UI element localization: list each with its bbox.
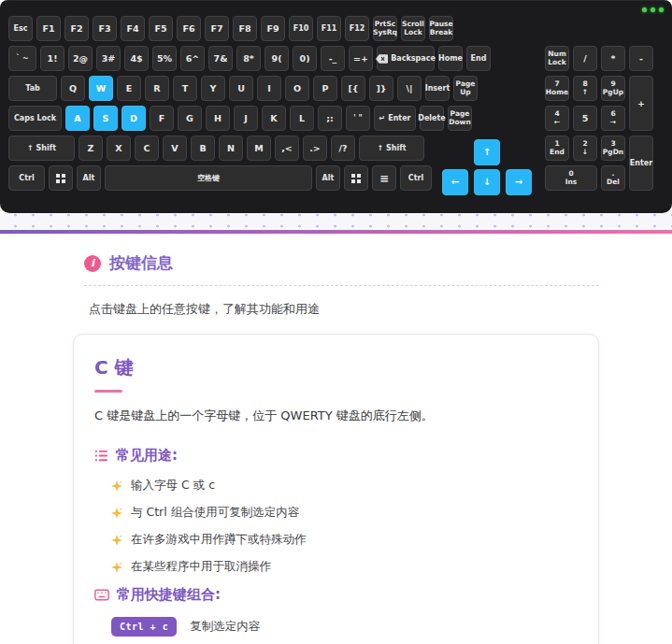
key-enter[interactable]: ↵Enter — [374, 106, 416, 131]
key-6[interactable]: 6^ — [180, 46, 205, 71]
key-j[interactable]: J — [234, 106, 258, 131]
key-8[interactable]: 8* — [236, 46, 261, 71]
key-y[interactable]: Y — [201, 76, 225, 101]
key-f1[interactable]: F1 — [36, 16, 61, 41]
key-9[interactable]: 9( — [265, 46, 289, 71]
key-a[interactable]: A — [65, 106, 90, 131]
key-4[interactable]: 4$ — [124, 46, 149, 71]
key-ctrl[interactable]: Ctrl — [400, 165, 432, 191]
key-f3[interactable]: F3 — [93, 16, 117, 41]
key-f11[interactable]: F11 — [317, 16, 341, 41]
key-caps-lock[interactable]: Caps Lock — [8, 106, 62, 131]
key-z[interactable]: Z — [79, 136, 103, 161]
key-f10[interactable]: F10 — [289, 16, 313, 41]
key-0[interactable]: 0Ins — [545, 165, 597, 191]
key-4[interactable]: 4← — [545, 106, 569, 131]
key-backspace[interactable]: Backspace — [377, 46, 435, 71]
key-0[interactable]: 0) — [293, 46, 317, 71]
key-space[interactable]: /? — [331, 136, 355, 161]
key-f5[interactable]: F5 — [149, 16, 173, 41]
key-g[interactable]: G — [178, 106, 202, 131]
key-p[interactable]: P — [313, 76, 337, 101]
key-windows[interactable] — [49, 165, 73, 191]
key-m[interactable]: M — [247, 136, 271, 161]
key-w[interactable]: W — [89, 76, 113, 101]
key-5[interactable]: 5 — [573, 106, 597, 131]
key-6[interactable]: 6→ — [601, 106, 625, 131]
key-f12[interactable]: F12 — [345, 16, 369, 41]
key-2[interactable]: 2@ — [68, 46, 93, 71]
key-7[interactable]: 7Home — [545, 76, 569, 101]
key-f2[interactable]: F2 — [64, 16, 89, 41]
key-shift[interactable]: ↑Shift — [8, 136, 75, 161]
key-2[interactable]: 2↓ — [573, 136, 597, 161]
key-space[interactable]: -_ — [321, 46, 345, 71]
key-space[interactable]: =+ — [349, 46, 373, 71]
key-s[interactable]: S — [93, 106, 118, 131]
key-windows[interactable] — [344, 165, 368, 191]
key-page[interactable]: PageUp — [453, 76, 478, 101]
key-3[interactable]: 3# — [96, 46, 121, 71]
key-insert[interactable]: Insert — [425, 76, 450, 101]
key-u[interactable]: U — [229, 76, 253, 101]
key-h[interactable]: H — [206, 106, 230, 131]
key-5[interactable]: 5% — [152, 46, 177, 71]
key-num[interactable]: NumLock — [545, 46, 569, 71]
key-f7[interactable]: F7 — [205, 16, 229, 41]
key-7[interactable]: 7& — [208, 46, 233, 71]
key-c[interactable]: C — [135, 136, 159, 161]
key-o[interactable]: O — [285, 76, 309, 101]
key-1[interactable]: 1! — [40, 46, 64, 71]
key-enter[interactable]: Enter — [629, 136, 653, 191]
key-alt[interactable]: Alt — [316, 165, 340, 191]
key-b[interactable]: B — [191, 136, 215, 161]
key-t[interactable]: T — [173, 76, 197, 101]
key-f9[interactable]: F9 — [261, 16, 285, 41]
key-menu[interactable]: ≡ — [372, 165, 396, 191]
key-space[interactable]: - — [629, 46, 653, 71]
key-e[interactable]: E — [117, 76, 141, 101]
key-prtsc[interactable]: PrtScSysRq — [373, 16, 397, 41]
key-alt[interactable]: Alt — [77, 165, 101, 191]
key-3[interactable]: 3PgDn — [601, 136, 625, 161]
key-space[interactable]: ' " — [346, 106, 370, 131]
key-space[interactable]: ` ~ — [8, 46, 36, 71]
key-space[interactable]: \| — [397, 76, 422, 101]
key-shift[interactable]: ↑Shift — [359, 136, 424, 161]
key-space[interactable]: 空格键 — [105, 165, 312, 191]
key-space[interactable]: ]} — [369, 76, 393, 101]
key-f[interactable]: F — [150, 106, 174, 131]
key-f4[interactable]: F4 — [121, 16, 145, 41]
key-l[interactable]: L — [290, 106, 314, 131]
key-q[interactable]: Q — [61, 76, 85, 101]
key-end[interactable]: End — [466, 46, 491, 71]
key-space[interactable]: ,< — [275, 136, 299, 161]
key-space[interactable]: .> — [303, 136, 327, 161]
key-scroll[interactable]: ScrollLock — [401, 16, 425, 41]
key-ctrl[interactable]: Ctrl — [8, 165, 45, 191]
key-arrow-left[interactable]: ← — [442, 169, 468, 195]
key-space[interactable]: ;: — [318, 106, 342, 131]
key-k[interactable]: K — [262, 106, 286, 131]
key-9[interactable]: 9PgUp — [601, 76, 625, 101]
key-space[interactable]: * — [601, 46, 625, 71]
key-8[interactable]: 8↑ — [573, 76, 597, 101]
key-arrow-right[interactable]: → — [506, 169, 532, 195]
key-home[interactable]: Home — [438, 46, 463, 71]
key-d[interactable]: D — [122, 106, 146, 131]
key-esc[interactable]: Esc — [8, 16, 33, 41]
key-f8[interactable]: F8 — [233, 16, 257, 41]
key-space[interactable]: [{ — [341, 76, 365, 101]
key-n[interactable]: N — [219, 136, 243, 161]
key-1[interactable]: 1End — [545, 136, 569, 161]
key-arrow-down[interactable]: ↓ — [474, 169, 500, 195]
key-arrow-up[interactable]: ↑ — [474, 139, 500, 165]
key-pause[interactable]: PauseBreak — [429, 16, 453, 41]
key-v[interactable]: V — [163, 136, 187, 161]
key-space[interactable]: + — [629, 76, 653, 131]
key-r[interactable]: R — [145, 76, 169, 101]
key-i[interactable]: I — [257, 76, 281, 101]
key-delete[interactable]: Delete — [420, 106, 444, 131]
key-tab[interactable]: Tab — [8, 76, 57, 101]
key-space[interactable]: .Del — [601, 165, 625, 191]
